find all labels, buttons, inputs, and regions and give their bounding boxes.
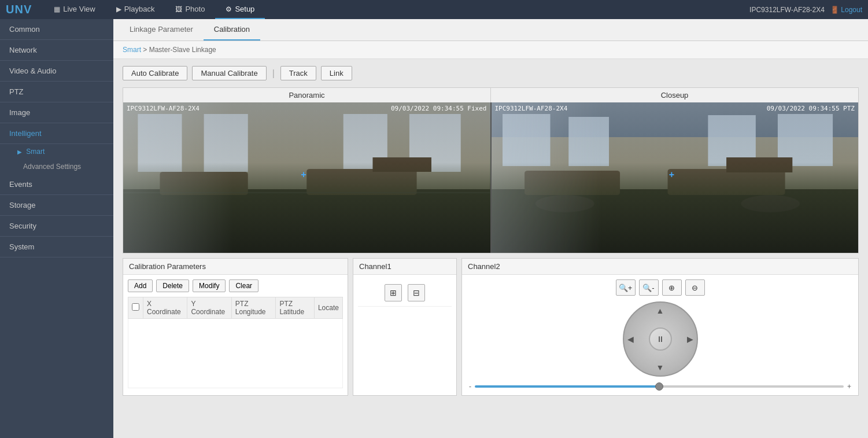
sidebar-item-advanced-settings[interactable]: Advanced Settings (0, 159, 113, 174)
sidebar-advanced-label: Advanced Settings (23, 163, 81, 171)
focus-wide-icon: ⊕ (668, 284, 675, 292)
ptz-long-header: PTZ Longitude (231, 297, 276, 319)
sidebar-intelligent-label: Intelligent (9, 129, 42, 138)
track-button[interactable]: Track (280, 66, 316, 80)
x-coord-header: X Coordinate (143, 297, 187, 319)
ptz-control-buttons: 🔍+ 🔍- ⊕ ⊖ (467, 279, 854, 296)
tab-linkage-parameter[interactable]: Linkage Parameter (119, 19, 204, 41)
panoramic-feed: IPC9312LFW-AF28-2X4 09/03/2022 09:34:55 … (123, 102, 490, 253)
tab-calibration[interactable]: Calibration (204, 19, 260, 41)
channel1-zoom-out-button[interactable]: ⊟ (408, 284, 425, 301)
sidebar-item-video-audio[interactable]: Video & Audio (0, 61, 113, 82)
svg-rect-2 (138, 114, 182, 172)
ptz-focus-narrow-button[interactable]: ⊖ (685, 279, 705, 296)
svg-rect-3 (204, 114, 248, 172)
svg-rect-4 (343, 114, 387, 172)
sidebar-security-label: Security (9, 222, 36, 230)
sidebar-video-label: Video & Audio (9, 67, 56, 75)
svg-point-21 (741, 195, 800, 212)
channel1-zoom-in-button[interactable]: ⊞ (385, 284, 402, 301)
zoom-in-icon: ⊞ (390, 288, 397, 297)
sidebar-item-common[interactable]: Common (0, 19, 113, 40)
channel2-panel: Channel2 🔍+ 🔍- ⊕ (461, 258, 859, 396)
arrow-icon: ▶ (17, 149, 22, 155)
zoom-out-icon: ⊟ (413, 288, 420, 297)
photo-icon: 🖼 (175, 5, 182, 13)
sidebar-item-network[interactable]: Network (0, 40, 113, 61)
ptz-zoom-out-button[interactable]: 🔍- (639, 279, 659, 296)
svg-rect-14 (568, 117, 609, 166)
ptz-stop-button[interactable]: ⏸ (649, 327, 672, 351)
panoramic-overlay-left: IPC9312LFW-AF28-2X4 (127, 105, 200, 112)
breadcrumb: Smart > Master-Slave Linkage (113, 41, 868, 59)
y-coord-header: Y Coordinate (187, 297, 231, 319)
calibration-panel-title: Calibration Parameters (123, 259, 348, 275)
nav-item-playback[interactable]: ▶ Playback (106, 0, 165, 19)
sidebar: Common Network Video & Audio PTZ Image I… (0, 19, 113, 438)
breadcrumb-smart-link[interactable]: Smart (123, 46, 141, 54)
sidebar-item-security[interactable]: Security (0, 216, 113, 237)
ptz-zoom-in-icon: 🔍+ (619, 284, 633, 292)
button-separator: | (272, 68, 275, 79)
ptz-circle: ▲ ▼ ◀ ▶ ⏸ (623, 301, 698, 377)
ptz-focus-wide-button[interactable]: ⊕ (662, 279, 682, 296)
nav-item-setup[interactable]: ⚙ Setup (215, 0, 265, 19)
sidebar-item-intelligent[interactable]: Intelligent (0, 123, 113, 144)
add-button[interactable]: Add (128, 279, 153, 292)
table-header-row: X Coordinate Y Coordinate PTZ Longitude (128, 297, 343, 319)
svg-rect-19 (726, 157, 792, 172)
closeup-feed: IPC9312LFW-AF28-2X4 09/03/2022 09:34:55 … (492, 102, 859, 253)
delete-button[interactable]: Delete (156, 279, 189, 292)
ptz-zoom-out-icon: 🔍- (642, 284, 654, 292)
modify-button[interactable]: Modify (193, 279, 226, 292)
main-layout: Common Network Video & Audio PTZ Image I… (0, 19, 868, 438)
ptz-speed-slider[interactable] (475, 385, 844, 388)
sidebar-item-storage[interactable]: Storage (0, 195, 113, 216)
logout-button[interactable]: 🚪 Logout (830, 6, 862, 14)
select-all-checkbox[interactable] (132, 303, 139, 311)
app-logo: UNV (6, 3, 32, 16)
closeup-overlay-left: IPC9312LFW-AF28-2X4 (495, 105, 568, 112)
nav-item-live-view[interactable]: ▦ Live View (43, 0, 105, 19)
calibration-label: Calibration (214, 25, 250, 34)
calibration-parameters-panel: Calibration Parameters Add Delete Modify… (123, 258, 348, 396)
setup-icon: ⚙ (226, 5, 232, 13)
sidebar-item-image[interactable]: Image (0, 102, 113, 123)
top-navigation: UNV ▦ Live View ▶ Playback 🖼 Photo ⚙ Set… (0, 0, 868, 19)
ptz-zoom-in-button[interactable]: 🔍+ (616, 279, 636, 296)
sidebar-network-label: Network (9, 46, 37, 54)
sidebar-common-label: Common (9, 25, 40, 34)
live-view-icon: ▦ (54, 5, 60, 13)
sidebar-storage-label: Storage (9, 201, 36, 209)
channel1-panel: Channel1 ⊞ ⊟ (353, 258, 457, 396)
svg-rect-15 (708, 115, 755, 166)
sidebar-item-events[interactable]: Events (0, 174, 113, 195)
svg-rect-13 (503, 114, 550, 166)
closeup-overlay-right: 09/03/2022 09:34:55 PTZ (767, 105, 855, 112)
ptz-right-button[interactable]: ▶ (687, 334, 693, 344)
calibration-table-header: X Coordinate Y Coordinate PTZ Longitude (128, 297, 343, 319)
nav-item-photo[interactable]: 🖼 Photo (165, 0, 215, 19)
ptz-lat-label: PTZ Latitude (279, 300, 304, 316)
manual-calibrate-button[interactable]: Manual Calibrate (192, 66, 266, 80)
content-body: Auto Calibrate Manual Calibrate | Track … (113, 59, 868, 403)
setup-label: Setup (235, 5, 254, 13)
channel2-title: Channel2 (462, 259, 858, 275)
panoramic-crosshair (303, 174, 310, 181)
playback-label: Playback (124, 5, 155, 13)
auto-calibrate-button[interactable]: Auto Calibrate (123, 66, 187, 80)
ptz-left-button[interactable]: ◀ (627, 334, 634, 344)
link-button[interactable]: Link (321, 66, 352, 80)
sidebar-item-system[interactable]: System (0, 237, 113, 257)
device-info: IPC9312LFW-AF28-2X4 (749, 6, 825, 14)
ptz-up-button[interactable]: ▲ (656, 306, 664, 315)
tab-bar: Linkage Parameter Calibration (113, 19, 868, 41)
panoramic-overlay-right: 09/03/2022 09:34:55 Fixed (391, 105, 487, 112)
closeup-crosshair (671, 174, 678, 181)
ptz-down-button[interactable]: ▼ (656, 363, 664, 372)
calibration-table: X Coordinate Y Coordinate PTZ Longitude (128, 297, 343, 388)
sidebar-item-ptz[interactable]: PTZ (0, 82, 113, 102)
clear-button[interactable]: Clear (229, 279, 258, 292)
sidebar-item-smart[interactable]: ▶ Smart (0, 144, 113, 159)
channel1-content: ⊞ ⊟ (353, 275, 456, 311)
